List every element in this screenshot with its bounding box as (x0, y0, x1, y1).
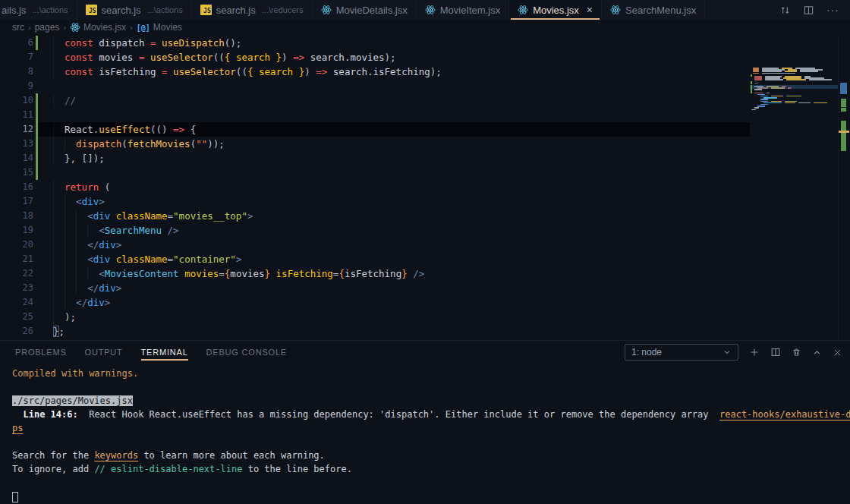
close-tab-icon[interactable]: × (587, 5, 593, 15)
tab-MovieItem.jsx[interactable]: MovieItem.jsx (417, 0, 509, 20)
code-text: const isFetching = useSelector(({ search… (65, 65, 442, 79)
terminal-picker-dropdown[interactable]: 1: node (625, 344, 738, 361)
terminal-link[interactable]: ps (12, 423, 23, 433)
code-text: React.useEffect(() => { (65, 122, 196, 137)
code-line-14[interactable]: 14}, []); (0, 151, 750, 165)
minimap-line (785, 102, 795, 104)
breadcrumb-label: Movies (153, 22, 182, 33)
indent-guide (65, 266, 65, 281)
terminal-link[interactable]: react-hooks/exhaustive-de (719, 409, 850, 420)
line-number: 20 (0, 238, 33, 252)
tab-search.js[interactable]: JSsearch.js...\actions (77, 0, 192, 20)
code-editor[interactable]: 6const dispatch = useDispatch();7const m… (0, 35, 850, 340)
code-line-13[interactable]: 13dispatch(fetchMovies("")); (0, 137, 750, 151)
breadcrumb-item-Movies.jsx[interactable]: Movies.jsx (70, 22, 126, 33)
line-number: 16 (0, 180, 33, 194)
indent-guide (65, 295, 65, 310)
minimap-line (771, 101, 782, 102)
minimap-line (760, 101, 768, 102)
code-line-9[interactable]: 9 (0, 79, 750, 93)
minimap-line (762, 71, 782, 72)
tab-Movies.jsx[interactable]: Movies.jsx× (509, 0, 602, 20)
panel-tab-debug-console[interactable]: DEBUG CONSOLE (206, 345, 287, 361)
compare-changes-icon[interactable] (779, 5, 791, 16)
code-text: const dispatch = useDispatch(); (65, 36, 241, 50)
code-line-18[interactable]: 18<div className="movies__top"> (0, 209, 750, 223)
terminal-line: Line 14:6: React Hook React.useEffect ha… (12, 408, 850, 421)
tab-strip: ails.js...\actionsJSsearch.js...\actions… (0, 0, 769, 20)
indent-guide (76, 223, 77, 238)
new-terminal-icon[interactable] (749, 347, 760, 358)
code-line-23[interactable]: 23</div> (0, 281, 750, 295)
ruler-selection-marker (840, 83, 847, 94)
indent-guide (53, 122, 54, 137)
line-number: 18 (0, 209, 33, 223)
code-line-16[interactable]: 16return ( (0, 180, 750, 194)
indent-guide (53, 180, 54, 194)
terminal-output[interactable]: Compiled with warnings../src/pages/Movie… (0, 364, 850, 504)
code-line-24[interactable]: 24</div> (0, 295, 750, 310)
kill-terminal-icon[interactable] (792, 347, 801, 358)
terminal-line (12, 380, 850, 394)
code-line-7[interactable]: 7const movies = useSelector(({ search })… (0, 50, 750, 65)
terminal-picker-label: 1: node (631, 347, 662, 358)
tab-label: MovieItem.jsx (440, 5, 500, 16)
git-modified-indicator (36, 165, 38, 180)
terminal-line: To ignore, add // eslint-disable-next-li… (12, 462, 850, 476)
code-line-26[interactable]: 26}; (0, 324, 750, 339)
code-text: <div className="container"> (87, 252, 241, 266)
overview-ruler[interactable] (838, 35, 850, 340)
breadcrumb-label: pages (35, 22, 60, 33)
more-actions-icon[interactable]: ··· (826, 4, 839, 16)
code-line-25[interactable]: 25); (0, 310, 750, 324)
git-modified-indicator (36, 137, 38, 151)
terminal-text: Search for the (12, 450, 94, 461)
panel-tab-terminal[interactable]: TERMINAL (141, 345, 188, 361)
indent-guide (53, 295, 54, 310)
code-line-12[interactable]: 12React.useEffect(() => { (0, 122, 750, 137)
breadcrumb-item-Movies[interactable]: [@]Movies (137, 22, 182, 33)
line-number: 22 (0, 266, 33, 281)
git-modified-indicator (36, 108, 38, 122)
tab-path-hint: ...\reducers (262, 5, 304, 14)
breadcrumb-label: src (12, 22, 24, 33)
maximize-panel-icon[interactable] (812, 348, 822, 358)
code-line-15[interactable]: 15 (0, 165, 750, 180)
minimap-line (754, 89, 762, 90)
minimap-line (753, 71, 759, 72)
close-panel-icon[interactable] (833, 348, 842, 358)
code-line-8[interactable]: 8const isFetching = useSelector(({ searc… (0, 65, 750, 79)
minimap-line (762, 73, 795, 74)
minimap[interactable] (750, 35, 838, 340)
split-editor-icon[interactable] (803, 5, 814, 16)
code-line-22[interactable]: 22<MoviesContent movies={movies} isFetch… (0, 266, 750, 281)
code-line-10[interactable]: 10// (0, 93, 750, 108)
tab-path-hint: ...\actions (33, 5, 68, 14)
breadcrumb-item-pages[interactable]: pages (35, 22, 60, 33)
terminal-text (12, 409, 23, 420)
indent-guide (65, 194, 65, 209)
code-line-6[interactable]: 6const dispatch = useDispatch(); (0, 36, 750, 50)
terminal-text: Line 14:6: (23, 409, 77, 420)
tab-search.js[interactable]: JSsearch.js...\reducers (192, 0, 313, 20)
terminal-text: ./src/pages/Movies.jsx (12, 395, 133, 406)
code-line-11[interactable]: 11 (0, 108, 750, 122)
tab-ails.js[interactable]: ails.js...\actions (0, 0, 77, 20)
terminal-text: React Hook React.useEffect has a missing… (78, 409, 719, 420)
code-line-21[interactable]: 21<div className="container"> (0, 252, 750, 266)
git-modified-indicator (36, 151, 38, 165)
code-line-20[interactable]: 20</div> (0, 238, 750, 252)
tab-MovieDetails.jsx[interactable]: MovieDetails.jsx (313, 0, 417, 20)
panel-tab-problems[interactable]: PROBLEMS (15, 345, 67, 361)
panel-tab-output[interactable]: OUTPUT (85, 345, 123, 361)
breadcrumb-item-src[interactable]: src (12, 22, 24, 33)
line-number: 23 (0, 281, 33, 295)
code-area[interactable]: 6const dispatch = useDispatch();7const m… (0, 36, 750, 339)
split-terminal-icon[interactable] (770, 347, 781, 358)
code-line-17[interactable]: 17<div> (0, 194, 750, 209)
terminal-link[interactable]: keywords (94, 450, 138, 461)
tab-SearchMenu.jsx[interactable]: SearchMenu.jsx (602, 0, 705, 20)
terminal-line: ps (12, 421, 850, 435)
terminal-text: to learn more about each warning. (138, 450, 325, 461)
code-line-19[interactable]: 19<SearchMenu /> (0, 223, 750, 238)
